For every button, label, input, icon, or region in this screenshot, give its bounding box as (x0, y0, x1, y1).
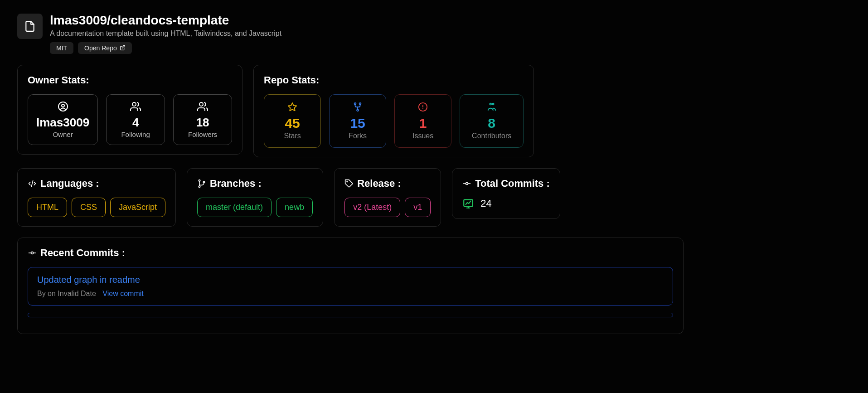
repo-header: lmas3009/cleandocs-template A documentat… (17, 14, 851, 54)
license-badge: MIT (50, 42, 73, 54)
language-tag: CSS (72, 198, 106, 217)
release-tag[interactable]: v1 (405, 198, 431, 217)
user-icon (58, 101, 68, 112)
svg-point-18 (347, 181, 348, 182)
chart-icon (462, 198, 474, 209)
followers-card: 18 Followers (173, 94, 232, 145)
contributors-label: Contributors (472, 132, 511, 140)
commit-icon (28, 248, 37, 257)
total-commits-value: 24 (480, 198, 491, 209)
language-tag: JavaScript (110, 198, 165, 217)
issues-label: Issues (412, 132, 433, 140)
svg-point-12 (490, 103, 491, 105)
stars-card: 45 Stars (264, 94, 321, 148)
commit-card: Updated graph in readme By on Invalid Da… (28, 267, 673, 306)
repo-stats-title: Repo Stats: (264, 74, 524, 86)
total-commits-title: Total Commits : (475, 178, 550, 189)
repo-description: A documentation template built using HTM… (50, 29, 281, 38)
release-panel: Release : v2 (Latest) v1 (334, 168, 441, 227)
release-tag[interactable]: v2 (Latest) (344, 198, 400, 217)
svg-point-4 (199, 102, 203, 106)
languages-panel: Languages : HTML CSS JavaScript (17, 168, 176, 227)
repo-stats-panel: Repo Stats: 45 Stars 15 Forks 1 Issues 8… (253, 65, 534, 157)
external-link-icon (120, 45, 126, 51)
following-value: 4 (132, 116, 139, 130)
branch-icon (197, 179, 206, 188)
commit-card (28, 313, 673, 317)
branches-title: Branches : (210, 178, 262, 189)
svg-line-14 (31, 180, 33, 186)
languages-title: Languages : (40, 178, 99, 189)
open-repo-link[interactable]: Open Repo (78, 42, 132, 54)
owner-stats-panel: Owner Stats: lmas3009 Owner 4 Following … (17, 65, 242, 155)
svg-marker-5 (288, 103, 296, 111)
forks-card: 15 Forks (329, 94, 386, 148)
followers-label: Followers (188, 131, 217, 138)
file-icon (17, 14, 43, 39)
owner-label: Owner (53, 131, 73, 138)
owner-stats-title: Owner Stats: (28, 74, 232, 86)
svg-point-3 (132, 102, 136, 106)
svg-line-0 (122, 46, 125, 49)
following-card: 4 Following (106, 94, 165, 145)
alert-icon (418, 102, 428, 112)
issues-card: 1 Issues (394, 94, 451, 148)
open-repo-label: Open Repo (84, 44, 117, 52)
svg-point-13 (492, 103, 494, 105)
followers-value: 18 (196, 116, 209, 130)
branch-tag[interactable]: master (default) (197, 198, 272, 217)
issues-value: 1 (419, 116, 427, 131)
users-icon (197, 101, 208, 112)
recent-commits-title: Recent Commits : (40, 247, 125, 259)
branches-panel: Branches : master (default) newb (187, 168, 323, 227)
branch-tag[interactable]: newb (276, 198, 313, 217)
group-icon (487, 102, 497, 112)
forks-label: Forks (349, 132, 367, 140)
recent-commits-panel: Recent Commits : Updated graph in readme… (17, 238, 684, 334)
total-commits-panel: Total Commits : 24 (452, 168, 560, 219)
view-commit-link[interactable]: View commit (102, 290, 143, 297)
tag-icon (344, 179, 354, 188)
forks-value: 15 (350, 116, 365, 131)
code-icon (28, 179, 37, 188)
stars-label: Stars (284, 132, 301, 140)
star-icon (287, 102, 297, 112)
repo-title: lmas3009/cleandocs-template (50, 14, 281, 28)
users-icon (130, 101, 141, 112)
following-label: Following (121, 131, 150, 138)
language-tag: HTML (28, 198, 67, 217)
repo-header-text: lmas3009/cleandocs-template A documentat… (50, 14, 281, 54)
owner-name: lmas3009 (36, 116, 89, 130)
fork-icon (353, 102, 363, 112)
owner-card: lmas3009 Owner (28, 94, 98, 145)
commit-message: Updated graph in readme (37, 275, 664, 285)
svg-point-2 (62, 104, 64, 107)
stars-value: 45 (285, 116, 300, 131)
release-title: Release : (357, 178, 401, 189)
contributors-value: 8 (488, 116, 495, 131)
contributors-card: 8 Contributors (460, 94, 524, 148)
commit-icon (462, 179, 471, 188)
commit-byline: By on Invalid Date (37, 290, 96, 297)
